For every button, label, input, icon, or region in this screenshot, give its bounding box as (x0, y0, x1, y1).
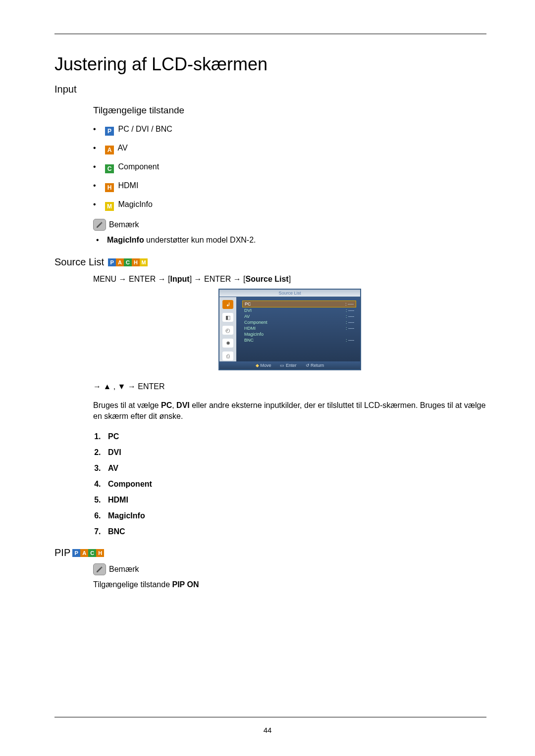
h-icon: H (96, 549, 104, 557)
pip-icon-strip: P A C H (72, 549, 104, 557)
note-label: Bemærk (109, 220, 139, 229)
osd-sidebar-icon: ◧ (222, 313, 233, 322)
top-divider (54, 34, 486, 34)
pip-note-text-b: PIP ON (172, 580, 199, 589)
available-modes-heading: Tilgængelige tilstande (93, 105, 486, 116)
body-text-b1: PC (161, 401, 172, 409)
p-icon: P (72, 549, 80, 557)
bottom-divider (54, 717, 486, 717)
source-order-item: PC (103, 432, 486, 441)
h-icon: H (132, 258, 140, 266)
nav-line: → ▲ , ▼ → ENTER (93, 382, 486, 391)
osd-row-value: ---- (348, 326, 354, 331)
pip-title: PIP (54, 547, 70, 558)
osd-row-pc: PC: ---- (242, 301, 356, 307)
menu-path-p2: ] → ENTER → [ (190, 275, 246, 283)
note-list: MagicInfo understøtter kun model DXN-2. (93, 236, 486, 245)
mode-label: AV (118, 144, 128, 152)
osd-row-label: PC (245, 302, 251, 306)
menu-path-b1: Input (170, 275, 190, 283)
mode-item-av: A AV (93, 144, 486, 154)
osd-footer-enter: ▭ Enter (280, 363, 296, 368)
osd-row-hdmi: HDMI: ---- (243, 325, 355, 331)
osd-title: Source List (219, 290, 360, 297)
p-icon: P (105, 127, 114, 136)
mode-item-pc: P PC / DVI / BNC (93, 125, 486, 136)
source-list-icon-strip: P A C H M (108, 258, 148, 266)
c-icon: C (124, 258, 132, 266)
osd-row-value: ---- (348, 338, 354, 343)
body-text-p1a: Bruges til at vælge (93, 401, 161, 409)
osd-screenshot: Source List ↲ ◧ ◴ ✹ ⎙ PC: ---- DVI: ----… (218, 289, 361, 370)
osd-row-dvi: DVI: ---- (243, 307, 355, 313)
osd-sidebar-icon: ✹ (222, 339, 233, 348)
menu-path-p1: MENU → ENTER → [ (93, 275, 170, 283)
pip-note-text: Tilgængelige tilstande PIP ON (93, 580, 486, 589)
mode-item-component: C Component (93, 162, 486, 173)
menu-path-p3: ] (289, 275, 291, 283)
source-order-item: DVI (103, 448, 486, 457)
osd-sidebar-icon: ↲ (222, 300, 233, 309)
osd-row-bnc: BNC: ---- (243, 337, 355, 343)
osd-footer-move-label: Move (260, 363, 271, 368)
osd-row-av: AV: ---- (243, 313, 355, 319)
mode-label: HDMI (118, 181, 138, 190)
menu-path-b2: Source List (246, 275, 289, 283)
c-icon: C (105, 164, 114, 173)
menu-path: MENU → ENTER → [Input] → ENTER → [Source… (93, 275, 486, 284)
osd-row-label: HDMI (244, 326, 256, 331)
mode-label: Component (118, 162, 159, 171)
mode-item-magicinfo: M MagicInfo (93, 200, 486, 211)
pencil-icon (93, 563, 106, 575)
pip-heading: PIP P A C H (54, 547, 486, 558)
a-icon: A (105, 146, 114, 154)
osd-footer-return: ↺ Return (306, 363, 324, 368)
osd-row-label: BNC (244, 338, 254, 343)
a-icon: A (116, 258, 124, 266)
osd-footer-enter-label: Enter (286, 363, 297, 368)
mode-item-hdmi: H HDMI (93, 181, 486, 192)
osd-sidebar-icon: ⎙ (222, 352, 233, 360)
source-order-list: PC DVI AV Component HDMI MagicInfo BNC (93, 432, 486, 536)
osd-footer-return-label: Return (311, 363, 324, 368)
body-text-b2: DVI (176, 401, 190, 409)
osd-row-value: ---- (348, 314, 354, 319)
note-rest: understøtter kun model DXN-2. (144, 236, 256, 244)
body-text-p1b: , (172, 401, 176, 409)
osd-footer-move: ◆ Move (256, 363, 271, 368)
osd-row-label: AV (244, 314, 250, 319)
note-item: MagicInfo understøtter kun model DXN-2. (93, 236, 486, 245)
osd-footer: ◆ Move ▭ Enter ↺ Return (219, 361, 360, 369)
osd-row-magicinfo: MagicInfo (243, 331, 355, 337)
osd-row-value: ---- (348, 308, 354, 313)
pip-note-text-a: Tilgængelige tilstande (93, 580, 172, 589)
body-text: Bruges til at vælge PC, DVI eller andre … (93, 400, 486, 421)
pip-note-label: Bemærk (109, 565, 139, 574)
input-section-heading: Input (54, 84, 486, 95)
a-icon: A (80, 549, 88, 557)
source-order-item: MagicInfo (103, 511, 486, 520)
source-order-item: AV (103, 464, 486, 473)
osd-row-label: MagicInfo (244, 332, 264, 337)
source-list-heading: Source List P A C H M (54, 256, 486, 268)
note-heading: Bemærk (93, 219, 486, 231)
source-order-item: BNC (103, 527, 486, 536)
osd-row-value: ---- (348, 302, 354, 306)
m-icon: M (140, 258, 148, 266)
source-order-item: HDMI (103, 496, 486, 504)
osd-row-component: Component: ---- (243, 319, 355, 325)
p-icon: P (108, 258, 116, 266)
osd-sidebar-icon: ◴ (222, 326, 233, 335)
osd-main: PC: ---- DVI: ---- AV: ---- Component: -… (236, 297, 360, 361)
page-number: 44 (0, 726, 535, 734)
osd-sidebar: ↲ ◧ ◴ ✹ ⎙ (219, 297, 236, 361)
mode-label: PC / DVI / BNC (118, 125, 172, 133)
osd-row-label: Component (244, 320, 268, 325)
page-title: Justering af LCD-skærmen (54, 54, 486, 75)
source-order-item: Component (103, 480, 486, 489)
m-icon: M (105, 202, 114, 211)
h-icon: H (105, 183, 114, 192)
source-list-title: Source List (54, 256, 104, 268)
modes-list: P PC / DVI / BNC A AV C Component H HDMI… (93, 125, 486, 211)
osd-row-value: ---- (348, 320, 354, 325)
